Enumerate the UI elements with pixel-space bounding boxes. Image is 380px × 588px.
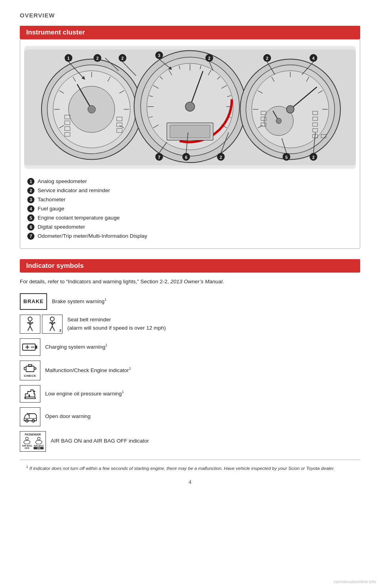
list-item: 2 Service indicator and reminder [27, 187, 356, 194]
charging-icon-box [20, 338, 40, 356]
indicator-symbols-section: Indicator symbols For details, refer to … [20, 259, 360, 452]
svg-text:2: 2 [96, 56, 99, 61]
svg-text:2: 2 [266, 56, 268, 61]
svg-rect-123 [26, 366, 34, 372]
svg-line-112 [30, 326, 32, 331]
svg-rect-49 [170, 125, 210, 138]
svg-point-15 [88, 105, 95, 113]
item-number-3: 3 [27, 196, 34, 203]
svg-text:2: 2 [208, 56, 211, 61]
charging-label: Charging system warning1 [45, 343, 107, 351]
svg-point-139 [24, 440, 30, 444]
indicator-symbols-header: Indicator symbols [20, 259, 360, 273]
list-item: 1 Analog speedometer [27, 178, 356, 185]
page-number: 4 [20, 479, 360, 485]
oil-icon-box [20, 385, 40, 403]
svg-text:6: 6 [185, 155, 187, 160]
instrument-cluster-section: Instrument cluster [20, 26, 360, 249]
seatbelt-icon-box-1 [20, 315, 40, 334]
indicator-row-airbag: PASSENGER AIR BAG OFF [20, 431, 360, 452]
indicator-row-oil: Low engine oil pressure warning1 [20, 385, 360, 403]
cluster-item-list: 1 Analog speedometer 2 Service indicator… [24, 174, 356, 241]
item-number-7: 7 [27, 233, 34, 240]
list-item: 6 Digital speedometer [27, 223, 356, 231]
brake-label: Brake system warning1 [52, 297, 106, 305]
page-section-title: OVERVIEW [20, 12, 360, 19]
door-icon-box [20, 407, 40, 426]
check-engine-icon-box: CHECK [20, 361, 40, 380]
svg-point-77 [287, 105, 294, 113]
indicator-row-check-engine: CHECK Malfunction/Check Engine indicator… [20, 361, 360, 380]
airbag-label: AIR BAG ON and AIR BAG OFF indicator [51, 437, 149, 445]
svg-point-138 [26, 437, 28, 440]
item-number-1: 1 [27, 178, 34, 185]
svg-point-131 [34, 391, 35, 392]
item-number-5: 5 [27, 214, 34, 221]
svg-text:7: 7 [158, 155, 160, 160]
seatbelt-label: Seat belt reminder (alarm will sound if … [67, 316, 166, 332]
indicator-intro-text: For details, refer to “Indicators and wa… [20, 277, 360, 286]
airbag-icon-box: PASSENGER AIR BAG OFF [20, 431, 46, 452]
svg-point-142 [36, 440, 42, 444]
svg-point-141 [37, 437, 40, 440]
door-label: Open door warning [45, 412, 91, 420]
svg-point-47 [185, 102, 194, 111]
item-number-6: 6 [27, 223, 34, 231]
seatbelt-icon-box-2: 2 [42, 315, 63, 334]
cluster-diagram: 1 [24, 46, 356, 169]
item-number-4: 4 [27, 205, 34, 212]
svg-text:5: 5 [285, 155, 288, 160]
svg-line-116 [50, 326, 52, 331]
check-text: CHECK [24, 374, 36, 378]
watermark: carmanualsonline.info [334, 579, 376, 584]
svg-text:2: 2 [312, 155, 315, 160]
instrument-cluster-box: 1 [20, 39, 360, 249]
footnote-divider [20, 460, 360, 460]
footnote-text: 1 If indicator does not turn off within … [20, 464, 360, 472]
oil-label: Low engine oil pressure warning1 [45, 389, 124, 398]
svg-point-108 [28, 317, 32, 321]
list-item: 3 Tachometer [27, 196, 356, 203]
brake-icon-box: BRAKE [20, 293, 47, 310]
svg-text:1: 1 [67, 56, 70, 61]
list-item: 7 Odometer/Trip meter/Multi-Information … [27, 232, 356, 240]
svg-text:3: 3 [158, 53, 160, 58]
svg-rect-124 [28, 365, 32, 367]
indicator-row-charging: Charging system warning1 [20, 338, 360, 356]
svg-text:4: 4 [312, 56, 315, 61]
indicator-row-brake: BRAKE Brake system warning1 [20, 293, 360, 310]
item-number-2: 2 [27, 187, 34, 194]
svg-point-113 [50, 317, 54, 321]
svg-rect-119 [35, 346, 37, 349]
svg-text:2: 2 [122, 56, 124, 61]
svg-text:2: 2 [220, 155, 222, 160]
svg-line-117 [52, 326, 55, 331]
svg-line-111 [28, 326, 30, 331]
svg-point-75 [276, 118, 281, 124]
list-item: 4 Fuel gauge [27, 205, 356, 212]
indicator-row-door: Open door warning [20, 407, 360, 426]
list-item: 5 Engine coolant temperature gauge [27, 214, 356, 221]
brake-text: BRAKE [23, 298, 44, 304]
instrument-cluster-header: Instrument cluster [20, 26, 360, 39]
check-engine-label: Malfunction/Check Engine indicator1 [45, 366, 131, 374]
indicator-row-seatbelt: 2 Seat belt reminder (alarm will sound i… [20, 315, 360, 334]
